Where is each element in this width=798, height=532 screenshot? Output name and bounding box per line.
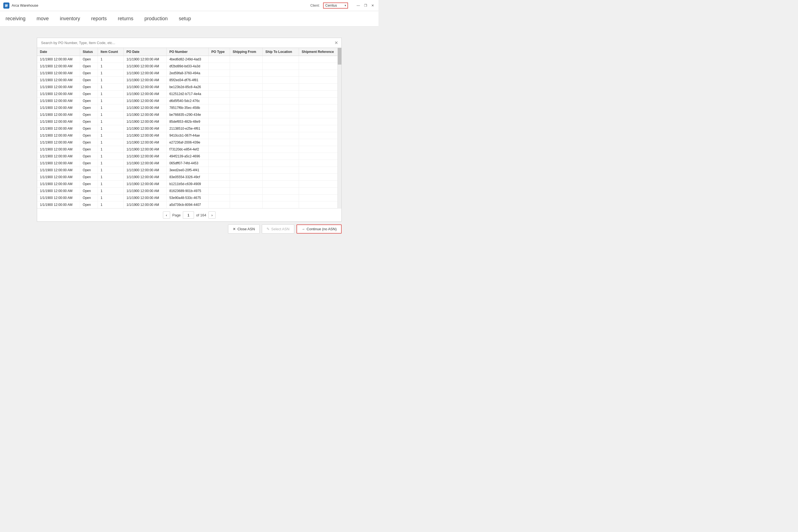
- table-cell: 1/1/1900 12:00:00 AM: [37, 70, 80, 77]
- scrollbar-thumb[interactable]: [338, 48, 341, 64]
- table-cell: [208, 97, 230, 104]
- table-cell: 1: [98, 188, 124, 194]
- nav-item-move[interactable]: move: [37, 15, 49, 23]
- table-cell: [262, 118, 299, 125]
- table-cell: [230, 174, 262, 180]
- table-cell: Open: [80, 180, 97, 188]
- table-row[interactable]: 1/1/1900 12:00:00 AMOpen11/1/1900 12:00:…: [37, 167, 341, 174]
- select-asn-label: Select ASN: [271, 227, 289, 231]
- table-row[interactable]: 1/1/1900 12:00:00 AMOpen11/1/1900 12:00:…: [37, 139, 341, 146]
- table-cell: b1211b5d-c639-4909: [167, 180, 209, 188]
- table-row[interactable]: 1/1/1900 12:00:00 AMOpen11/1/1900 12:00:…: [37, 77, 341, 84]
- app-icon: [3, 2, 10, 8]
- close-button[interactable]: ✕: [370, 3, 375, 8]
- table-cell: 4bed6d82-249d-4ad3: [167, 56, 209, 63]
- table-cell: 1/1/1900 12:00:00 AM: [124, 104, 167, 111]
- table-cell: 1: [98, 63, 124, 70]
- table-cell: [299, 146, 341, 153]
- table-cell: 1/1/1900 12:00:00 AM: [124, 125, 167, 132]
- table-row[interactable]: 1/1/1900 12:00:00 AMOpen11/1/1900 12:00:…: [37, 174, 341, 180]
- search-bar: ✕: [37, 38, 341, 48]
- table-cell: df2bd89d-bd33-4a3d: [167, 63, 209, 70]
- table-row[interactable]: 1/1/1900 12:00:00 AMOpen11/1/1900 12:00:…: [37, 56, 341, 63]
- nav-item-receiving[interactable]: receiving: [5, 15, 25, 23]
- table-row[interactable]: 1/1/1900 12:00:00 AMOpen11/1/1900 12:00:…: [37, 146, 341, 153]
- table-cell: 1/1/1900 12:00:00 AM: [37, 84, 80, 91]
- table-cell: f73120dc-e854-4ef2: [167, 146, 209, 153]
- scrollbar-track[interactable]: [338, 48, 341, 208]
- table-cell: 1/1/1900 12:00:00 AM: [37, 167, 80, 174]
- table-cell: 1: [98, 77, 124, 84]
- table-cell: [208, 153, 230, 160]
- nav-item-reports[interactable]: reports: [91, 15, 107, 23]
- table-row[interactable]: 1/1/1900 12:00:00 AMOpen11/1/1900 12:00:…: [37, 188, 341, 194]
- table-cell: 1/1/1900 12:00:00 AM: [37, 91, 80, 97]
- table-cell: Open: [80, 63, 97, 70]
- search-clear-button[interactable]: ✕: [331, 38, 341, 48]
- table-cell: [230, 63, 262, 70]
- table-row[interactable]: 1/1/1900 12:00:00 AMOpen11/1/1900 12:00:…: [37, 125, 341, 132]
- table-row[interactable]: 1/1/1900 12:00:00 AMOpen11/1/1900 12:00:…: [37, 111, 341, 118]
- table-row[interactable]: 1/1/1900 12:00:00 AMOpen11/1/1900 12:00:…: [37, 97, 341, 104]
- table-cell: 2ed59fa8-3760-494a: [167, 70, 209, 77]
- close-asn-button[interactable]: ✕ Close ASN: [228, 225, 260, 233]
- table-row[interactable]: 1/1/1900 12:00:00 AMOpen11/1/1900 12:00:…: [37, 63, 341, 70]
- table-row[interactable]: 1/1/1900 12:00:00 AMOpen11/1/1900 12:00:…: [37, 70, 341, 77]
- table-body: 1/1/1900 12:00:00 AMOpen11/1/1900 12:00:…: [37, 56, 341, 208]
- bottom-bar: ✕ Close ASN ✎ Select ASN → Continue (no …: [37, 222, 342, 236]
- search-input[interactable]: [37, 38, 331, 48]
- client-select-wrapper[interactable]: Cerritus: [323, 2, 348, 8]
- table-cell: Open: [80, 202, 97, 208]
- table-row[interactable]: 1/1/1900 12:00:00 AMOpen11/1/1900 12:00:…: [37, 180, 341, 188]
- table-cell: [299, 84, 341, 91]
- table-row[interactable]: 1/1/1900 12:00:00 AMOpen11/1/1900 12:00:…: [37, 153, 341, 160]
- table-cell: 1: [98, 70, 124, 77]
- maximize-button[interactable]: ❐: [363, 3, 368, 8]
- table-row[interactable]: 1/1/1900 12:00:00 AMOpen11/1/1900 12:00:…: [37, 104, 341, 111]
- table-row[interactable]: 1/1/1900 12:00:00 AMOpen11/1/1900 12:00:…: [37, 84, 341, 91]
- table-cell: 1: [98, 202, 124, 208]
- table-cell: 1/1/1900 12:00:00 AM: [37, 63, 80, 70]
- table-row[interactable]: 1/1/1900 12:00:00 AMOpen11/1/1900 12:00:…: [37, 160, 341, 167]
- col-header-po-date: PO Date: [124, 48, 167, 56]
- table-row[interactable]: 1/1/1900 12:00:00 AMOpen11/1/1900 12:00:…: [37, 118, 341, 125]
- table-cell: 1/1/1900 12:00:00 AM: [124, 146, 167, 153]
- prev-page-button[interactable]: ‹: [163, 211, 170, 218]
- table-row[interactable]: 1/1/1900 12:00:00 AMOpen11/1/1900 12:00:…: [37, 202, 341, 208]
- table-row[interactable]: 1/1/1900 12:00:00 AMOpen11/1/1900 12:00:…: [37, 194, 341, 202]
- table-cell: [262, 97, 299, 104]
- table-cell: [299, 139, 341, 146]
- table-cell: [299, 104, 341, 111]
- next-page-button[interactable]: ›: [208, 211, 215, 218]
- table-cell: [230, 153, 262, 160]
- table-cell: [262, 180, 299, 188]
- table-cell: [230, 91, 262, 97]
- table-cell: Open: [80, 97, 97, 104]
- table-row[interactable]: 1/1/1900 12:00:00 AMOpen11/1/1900 12:00:…: [37, 91, 341, 97]
- nav-item-inventory[interactable]: inventory: [60, 15, 80, 23]
- table-cell: [230, 56, 262, 63]
- select-asn-icon: ✎: [267, 227, 270, 231]
- table-cell: [262, 139, 299, 146]
- table-cell: 53e90a48-533c-4675: [167, 194, 209, 202]
- table-cell: [262, 84, 299, 91]
- table-cell: 1: [98, 97, 124, 104]
- nav-item-returns[interactable]: returns: [118, 15, 133, 23]
- table-cell: [230, 104, 262, 111]
- table-row[interactable]: 1/1/1900 12:00:00 AMOpen11/1/1900 12:00:…: [37, 132, 341, 139]
- close-asn-icon: ✕: [233, 227, 236, 231]
- table-cell: [230, 125, 262, 132]
- svg-rect-1: [5, 5, 7, 5]
- select-asn-button[interactable]: ✎ Select ASN: [262, 225, 294, 233]
- table-cell: [299, 63, 341, 70]
- nav-item-setup[interactable]: setup: [179, 15, 191, 23]
- table-cell: Open: [80, 146, 97, 153]
- nav-item-production[interactable]: production: [144, 15, 168, 23]
- continue-no-asn-button[interactable]: → Continue (no ASN): [297, 225, 342, 233]
- page-input[interactable]: [183, 211, 194, 218]
- table-cell: [299, 132, 341, 139]
- table-cell: [299, 97, 341, 104]
- client-select[interactable]: Cerritus: [323, 2, 348, 8]
- minimize-button[interactable]: —: [356, 3, 361, 8]
- table-cell: 1/1/1900 12:00:00 AM: [124, 56, 167, 63]
